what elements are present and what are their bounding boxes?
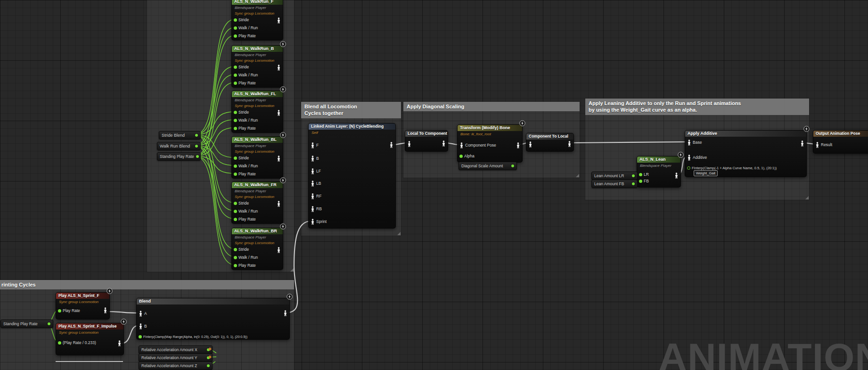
variable-pill-relative-accel-x[interactable]: Relative Acceleration Amount X	[139, 345, 213, 354]
pose-input-pin[interactable]	[687, 140, 691, 146]
pose-output-pin[interactable]	[567, 141, 572, 147]
float-output-pin[interactable]	[632, 174, 635, 177]
node-title[interactable]: Component To Local	[526, 133, 573, 140]
float-output-pin[interactable]	[195, 145, 198, 148]
blendspace-node-als-n-walkrun-f[interactable]: ALS_N_WalkRun_F Blendspace Player Sync g…	[231, 0, 283, 41]
comment-header[interactable]: Apply Diagonal Scaling	[403, 102, 580, 111]
node-title[interactable]: ALS_N_WalkRun_FL	[232, 91, 283, 97]
node-title[interactable]: Transform (Modify) Bone	[458, 125, 522, 131]
playrate-pin[interactable]	[58, 309, 61, 312]
comment-header[interactable]: Apply Leaning Additive to only the Run a…	[585, 99, 809, 115]
comment-header[interactable]: rinting Cycles	[0, 280, 294, 289]
blendspace-node-als-n-walkrun-br[interactable]: ALS_N_WalkRun_BR Blendspace Player Sync …	[231, 228, 283, 270]
node-title[interactable]: Local To Component	[405, 131, 448, 137]
float-output-pin[interactable]	[195, 134, 198, 137]
playrate-pin[interactable]	[234, 218, 237, 221]
component-to-local-node[interactable]: Component To Local	[526, 133, 574, 152]
float-output-pin[interactable]	[48, 322, 50, 325]
node-title[interactable]: Play ALS_N_Sprint_F	[56, 293, 109, 299]
playrate-pin[interactable]	[234, 34, 237, 38]
variable-pill-lean-amount-lr[interactable]: Lean Amount LR	[591, 172, 638, 180]
walkrun-pin[interactable]	[234, 256, 237, 259]
pose-output-pin[interactable]	[277, 156, 281, 162]
pose-output-pin[interactable]	[277, 247, 281, 253]
node-title[interactable]: ALS_N_WalkRun_B	[232, 46, 283, 52]
pose-input-pin[interactable]	[139, 311, 143, 317]
alpha-pin[interactable]	[687, 166, 690, 170]
comment-header[interactable]: Blend all Locomotion Cycles together	[301, 102, 401, 118]
blendspace-node-als-n-lean[interactable]: ALS_N_Lean Blendspace Player LR FB	[637, 156, 681, 188]
pose-input-pin[interactable]	[311, 219, 315, 225]
pose-input-pin[interactable]	[687, 155, 691, 161]
pose-output-pin[interactable]	[277, 110, 281, 116]
pose-output-pin[interactable]	[674, 173, 679, 179]
curve-name-tag[interactable]: Weight_Gait	[694, 170, 718, 176]
linked-anim-layer-node[interactable]: Linked Anim Layer: (N) CycleBlending Sel…	[308, 123, 396, 229]
apply-additive-node[interactable]: Apply Additive Base Additive FInterp(Cla…	[685, 130, 807, 177]
node-title[interactable]: Play ALS_N_Sprint_F_Impulse	[56, 323, 123, 329]
float-output-pin[interactable]	[196, 155, 199, 158]
stride-pin[interactable]	[234, 111, 237, 114]
node-bone-subtitle[interactable]: Bone: ik_foot_root	[458, 131, 522, 137]
blendspace-node-als-n-walkrun-bl[interactable]: ALS_N_WalkRun_BL Blendspace Player Sync …	[231, 136, 283, 179]
blendspace-node-als-n-walkrun-b[interactable]: ALS_N_WalkRun_B Blendspace Player Sync g…	[231, 45, 283, 88]
blendspace-node-als-n-walkrun-fl[interactable]: ALS_N_WalkRun_FL Blendspace Player Sync …	[231, 90, 283, 133]
variable-pill-relative-accel-z[interactable]: Relative Acceleration Amount Z	[139, 362, 213, 370]
float-output-pin[interactable]	[632, 182, 635, 185]
blendspace-node-als-n-walkrun-fr[interactable]: ALS_N_WalkRun_FR Blendspace Player Sync …	[231, 181, 283, 224]
variable-pill-walk-run-blend[interactable]: Walk Run Blend	[157, 142, 201, 150]
pose-input-pin[interactable]	[311, 142, 315, 148]
pose-output-pin[interactable]	[283, 310, 287, 316]
variable-pill-lean-amount-fb[interactable]: Lean Amount FB	[591, 180, 638, 188]
playrate-pin[interactable]	[58, 341, 61, 345]
node-title[interactable]: ALS_N_WalkRun_BL	[232, 137, 283, 143]
node-title[interactable]: ALS_N_WalkRun_FR	[232, 182, 283, 188]
pose-input-pin[interactable]	[815, 142, 819, 148]
pose-input-pin[interactable]	[139, 323, 143, 329]
stride-pin[interactable]	[234, 66, 237, 69]
pose-output-pin[interactable]	[442, 140, 446, 147]
pose-input-pin[interactable]	[459, 142, 464, 148]
walkrun-pin[interactable]	[234, 119, 237, 122]
walkrun-pin[interactable]	[234, 164, 237, 168]
node-title[interactable]: Blend	[137, 298, 289, 304]
pose-input-pin[interactable]	[311, 193, 315, 199]
transform-modify-bone-node[interactable]: Transform (Modify) Bone Bone: ik_foot_ro…	[457, 124, 523, 163]
local-to-component-node[interactable]: Local To Component	[405, 130, 448, 152]
pose-output-pin[interactable]	[117, 340, 122, 346]
pose-input-pin[interactable]	[311, 206, 315, 212]
fb-pin[interactable]	[639, 180, 642, 183]
pose-output-pin[interactable]	[389, 142, 393, 148]
float-output-pin[interactable]	[207, 364, 210, 367]
variable-pill-relative-accel-y[interactable]: Relative Acceleration Amount Y	[139, 354, 213, 362]
variable-pill-stride-blend[interactable]: Stride Blend	[159, 131, 201, 140]
lr-pin[interactable]	[639, 173, 642, 176]
node-title[interactable]: ALS_N_Lean	[637, 156, 680, 163]
node-title[interactable]: ALS_N_WalkRun_F	[232, 0, 283, 5]
stride-pin[interactable]	[234, 202, 237, 205]
pose-output-pin[interactable]	[277, 17, 281, 24]
pose-output-pin[interactable]	[277, 201, 281, 207]
playrate-pin[interactable]	[234, 173, 237, 176]
pose-output-pin[interactable]	[800, 140, 804, 147]
variable-pill-diagonal-scale-amount[interactable]: Diagonal Scale Amount	[459, 162, 517, 170]
pose-output-pin[interactable]	[277, 65, 281, 71]
playrate-pin[interactable]	[234, 264, 237, 267]
node-title[interactable]: ALS_N_WalkRun_BR	[232, 228, 283, 234]
float-output-pin[interactable]	[511, 164, 514, 167]
alpha-pin[interactable]	[459, 155, 463, 158]
node-title[interactable]: Output Animation Pose	[813, 131, 868, 137]
alpha-pin[interactable]	[139, 335, 142, 338]
pose-input-pin[interactable]	[311, 181, 315, 187]
pose-output-pin[interactable]	[103, 307, 107, 313]
playrate-pin[interactable]	[234, 82, 237, 85]
node-title[interactable]: Linked Anim Layer: (N) CycleBlending	[309, 123, 395, 130]
walkrun-pin[interactable]	[234, 74, 237, 77]
node-title[interactable]: Apply Additive	[685, 131, 806, 137]
stride-pin[interactable]	[234, 18, 237, 22]
variable-pill-standing-play-rate[interactable]: Standing Play Rate	[157, 152, 201, 161]
walkrun-pin[interactable]	[234, 210, 237, 213]
walkrun-pin[interactable]	[234, 26, 237, 30]
pose-input-pin[interactable]	[407, 141, 411, 147]
blend-node[interactable]: Blend A B FInterp(Clamp(Map Range(Alpha,…	[136, 298, 290, 340]
